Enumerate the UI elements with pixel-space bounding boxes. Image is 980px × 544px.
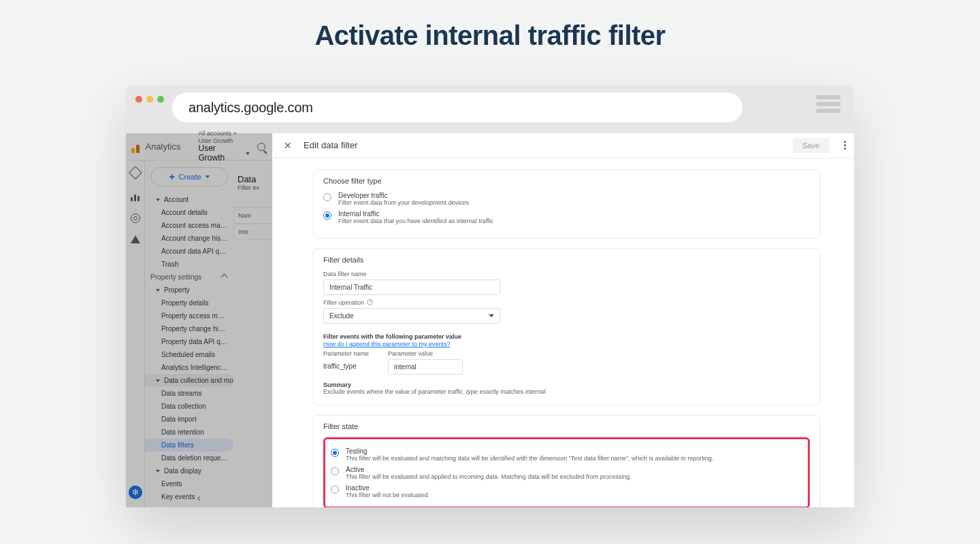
brand-name: Analytics: [145, 141, 180, 152]
minimize-window-icon[interactable]: [146, 96, 153, 103]
close-panel-button[interactable]: ✕: [280, 138, 295, 153]
field-label: Data filter name: [323, 271, 810, 277]
filter-name-input[interactable]: Internal Traffic: [323, 279, 500, 295]
chevron-up-icon: [221, 274, 228, 281]
radio-icon: [323, 211, 331, 220]
admin-gear-icon[interactable]: ✻: [129, 486, 142, 499]
hamburger-menu-icon[interactable]: [816, 95, 840, 113]
nav-section-account[interactable]: Account: [145, 193, 233, 206]
analytics-logo-icon: [131, 141, 140, 153]
nav-item[interactable]: Property data API quota his…: [145, 335, 233, 348]
page-content-behind: Data Filter ev Nam Inte: [233, 160, 272, 507]
nav-item[interactable]: Data collection: [145, 400, 233, 413]
nav-section-property-settings[interactable]: Property settings: [145, 271, 233, 284]
panel-header: ✕ Edit data filter Save: [272, 133, 854, 158]
save-button[interactable]: Save: [793, 138, 829, 153]
panel-title: Edit data filter: [304, 140, 358, 150]
option-title: Active: [346, 466, 632, 473]
card-heading: Choose filter type: [323, 177, 810, 185]
explore-icon[interactable]: [131, 214, 140, 223]
filter-type-option-internal[interactable]: Internal traffic Filter event data that …: [323, 210, 810, 224]
table-header: Nam: [233, 207, 272, 224]
chevron-down-icon: [489, 314, 494, 318]
option-title: Internal traffic: [338, 210, 493, 218]
nav-item[interactable]: Data streams: [145, 387, 233, 400]
advertising-icon[interactable]: [131, 235, 140, 243]
radio-icon: [331, 467, 339, 475]
field-label: Parameter value: [388, 350, 463, 357]
nav-item[interactable]: Account change history: [145, 232, 233, 245]
create-label: Create: [179, 173, 201, 181]
collapse-sidebar-icon[interactable]: ‹: [145, 492, 233, 503]
radio-icon: [323, 193, 331, 201]
app: Analytics All accounts > User Growth Use…: [126, 133, 854, 507]
field-label: Parameter name: [323, 350, 369, 357]
reports-icon[interactable]: [130, 190, 141, 201]
help-icon[interactable]: ?: [367, 299, 373, 305]
parameter-value-input[interactable]: internal: [388, 359, 463, 375]
card-heading: Filter details: [323, 256, 810, 264]
option-desc: This filter will be evaluated and applie…: [346, 473, 632, 480]
nav-item[interactable]: Property details: [145, 296, 233, 309]
filter-type-option-developer[interactable]: Developer traffic Filter event data from…: [323, 192, 810, 206]
select-value: Exclude: [329, 312, 354, 320]
nav-section-property[interactable]: Property: [145, 284, 233, 296]
nav-section-data-display[interactable]: Data display: [145, 464, 233, 477]
page-title: Activate internal traffic filter: [0, 20, 980, 51]
app-header: Analytics All accounts > User Growth Use…: [126, 133, 272, 160]
caret-down-icon: [156, 470, 160, 473]
chevron-down-icon: [246, 152, 250, 155]
close-window-icon[interactable]: [135, 96, 142, 103]
filter-state-option-testing[interactable]: Testing This filter will be evaluated an…: [331, 447, 802, 462]
option-desc: This filter will be evaluated and matchi…: [346, 455, 713, 462]
summary-label: Summary: [323, 381, 810, 388]
caret-down-icon: [156, 379, 160, 382]
help-link[interactable]: How do I append this parameter to my eve…: [323, 341, 451, 347]
filter-state-highlight: Testing This filter will be evaluated an…: [323, 437, 810, 507]
nav-item[interactable]: Account details: [145, 206, 233, 219]
nav-item[interactable]: Account access managem…: [145, 219, 233, 232]
admin-nav: + Create Account Account details Account…: [145, 160, 233, 507]
filter-operation-select[interactable]: Exclude: [323, 308, 500, 324]
caret-down-icon: [156, 199, 160, 201]
nav-item[interactable]: Trash: [145, 258, 233, 271]
option-desc: Filter event data that you have identifi…: [338, 218, 493, 224]
maximize-window-icon[interactable]: [157, 96, 164, 103]
nav-item[interactable]: Data deletion requests: [145, 452, 233, 464]
nav-item[interactable]: Data retention: [145, 426, 233, 439]
table-cell: Inte: [233, 224, 272, 240]
nav-item[interactable]: Analytics Intelligence sear…: [145, 361, 233, 374]
property-selector[interactable]: All accounts > User Growth User Growth: [199, 130, 250, 163]
nav-item-data-filters[interactable]: Data filters: [145, 439, 233, 452]
home-icon[interactable]: [130, 167, 141, 178]
option-desc: Filter event data from your development …: [338, 199, 469, 206]
sidebar-area: Analytics All accounts > User Growth Use…: [126, 133, 272, 507]
plus-icon: +: [169, 171, 174, 182]
create-button[interactable]: + Create: [150, 167, 228, 186]
filter-details-card: Filter details Data filter name Internal…: [313, 248, 820, 405]
filter-state-card: Filter state Testing This filter will be…: [313, 415, 820, 507]
browser-window: analytics.google.com Analytics All accou…: [126, 86, 854, 507]
chevron-down-icon: [206, 175, 210, 178]
nav-item[interactable]: Events: [145, 477, 233, 490]
filter-state-option-active[interactable]: Active This filter will be evaluated and…: [331, 466, 802, 480]
filter-state-option-inactive[interactable]: Inactive This filter will not be evaluat…: [331, 484, 802, 498]
nav-item[interactable]: Data import: [145, 413, 233, 426]
search-button[interactable]: [255, 139, 267, 155]
nav-rail: ✻: [126, 160, 145, 507]
nav-item[interactable]: Account data API quota his…: [145, 245, 233, 258]
option-title: Inactive: [346, 484, 429, 492]
nav-item[interactable]: Scheduled emails: [145, 348, 233, 361]
nav-item[interactable]: Property access managem…: [145, 309, 233, 322]
field-label: Filter operation ?: [323, 299, 810, 306]
option-title: Developer traffic: [338, 192, 469, 199]
more-menu-icon[interactable]: [844, 141, 846, 150]
option-title: Testing: [346, 447, 713, 455]
nav-item[interactable]: Property change history: [145, 322, 233, 335]
parameter-name-value: traffic_type: [323, 359, 369, 370]
breadcrumb: All accounts > User Growth: [199, 130, 250, 144]
search-icon: [257, 143, 265, 151]
parameter-heading: Filter events with the following paramet…: [323, 333, 810, 340]
url-bar[interactable]: analytics.google.com: [172, 92, 742, 122]
nav-section-data-collection[interactable]: Data collection and modifica…: [145, 374, 233, 387]
